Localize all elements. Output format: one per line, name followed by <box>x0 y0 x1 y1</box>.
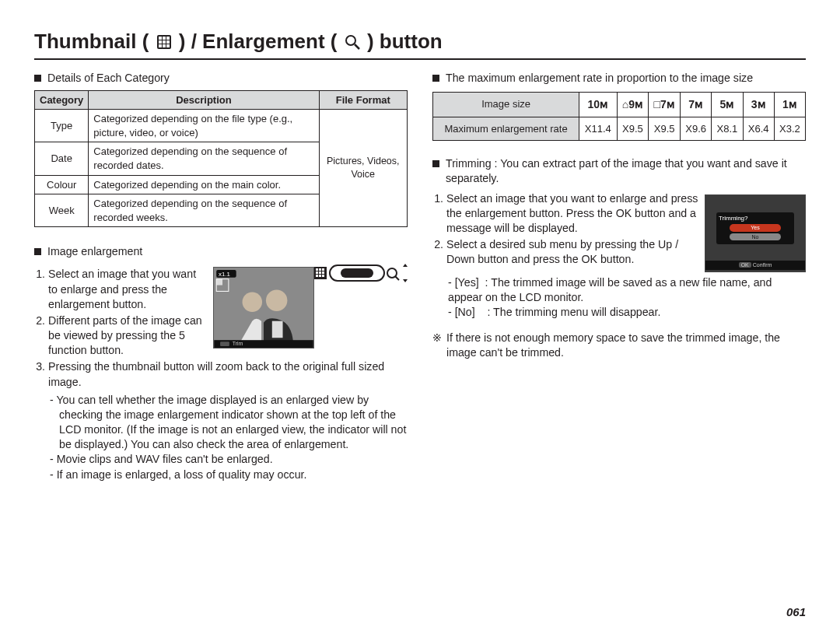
svg-rect-5 <box>163 40 166 44</box>
left-heading-1: Details of Each Category <box>47 71 170 86</box>
svg-rect-31 <box>216 279 222 285</box>
cat-type: Type <box>35 110 89 142</box>
bullet-icon <box>432 160 439 167</box>
left-heading-2: Image enlargement <box>47 244 142 259</box>
svg-rect-3 <box>166 37 170 40</box>
rate-2: X9.5 <box>649 117 681 141</box>
svg-line-11 <box>355 44 359 49</box>
enlarge-note-3: - If an image is enlarged, a loss of qua… <box>34 468 408 482</box>
cat-date: Date <box>35 142 89 175</box>
svg-rect-6 <box>166 40 170 44</box>
left-column: Details of Each Category Category Descri… <box>34 71 408 482</box>
svg-line-25 <box>395 276 399 280</box>
title-part-2: ) / Enlargement ( <box>173 30 343 53</box>
right-heading-1: The maximum enlargement rate in proporti… <box>446 71 753 86</box>
bullet-icon <box>34 75 41 82</box>
svg-rect-17 <box>319 271 321 274</box>
svg-rect-2 <box>163 37 166 40</box>
cat-week: Week <box>35 194 89 227</box>
size-4: 5ᴍ <box>712 92 743 117</box>
enlarge-step-3: Pressing the thumbnail button will zoom … <box>48 359 408 389</box>
enlarge-note-1: - You can tell whether the image display… <box>34 393 408 453</box>
trim-no-line: - [No] : The trimming menu will disappea… <box>448 305 806 320</box>
size-5: 3ᴍ <box>743 92 774 117</box>
size-0: 10ᴍ <box>579 92 617 117</box>
svg-rect-14 <box>319 268 321 271</box>
svg-point-32 <box>243 292 263 313</box>
rate-4: X8.1 <box>712 117 743 141</box>
thumbnail-grid-icon <box>156 31 172 55</box>
svg-rect-9 <box>166 44 170 47</box>
svg-point-10 <box>346 36 355 45</box>
footnote-text: If there is not enough memory space to s… <box>446 331 806 360</box>
size-2: □7ᴍ <box>649 92 681 117</box>
dialog-no: No <box>730 233 781 240</box>
svg-rect-18 <box>322 271 324 274</box>
dialog-yes: Yes <box>730 224 781 231</box>
rate-1: X9.5 <box>617 117 649 141</box>
svg-rect-8 <box>163 44 166 47</box>
th-description: Description <box>89 90 319 110</box>
rate-5: X6.4 <box>743 117 774 141</box>
category-table: Category Description File Format Type Ca… <box>34 90 408 227</box>
memory-footnote: ※ If there is not enough memory space to… <box>432 331 806 360</box>
size-1: ⌂9ᴍ <box>617 92 649 117</box>
page-title: Thumbnail ( ) / Enlargement ( ) button <box>34 30 806 60</box>
enlarge-note-2: - Movie clips and WAV files can't be enl… <box>34 452 408 467</box>
size-6: 1ᴍ <box>774 92 805 117</box>
svg-rect-4 <box>159 40 162 44</box>
sample-enlarged-photo: x1.1 Trim <box>213 267 314 349</box>
zoom-control-icon <box>314 264 408 282</box>
rate-row2-label: Maximum enlargement rate <box>433 117 579 141</box>
file-format-cell: Pictures, Videos, Voice <box>319 110 408 227</box>
cat-colour: Colour <box>35 175 89 194</box>
right-column: The maximum enlargement rate in proporti… <box>432 71 806 482</box>
size-3: 7ᴍ <box>681 92 712 117</box>
bullet-icon <box>34 248 41 255</box>
svg-rect-36 <box>220 342 229 346</box>
enlargement-rate-table: Image size 10ᴍ ⌂9ᴍ □7ᴍ 7ᴍ 5ᴍ 3ᴍ 1ᴍ Maxim… <box>432 92 806 141</box>
rate-0: X11.4 <box>579 117 617 141</box>
desc-type: Categorized depending on the file type (… <box>89 110 319 142</box>
trim-yes-line: - [Yes] : The trimmed image will be save… <box>448 275 806 305</box>
reference-mark-icon: ※ <box>432 331 442 345</box>
trim-heading: Trimming : You can extract part of the i… <box>446 156 806 186</box>
svg-marker-26 <box>403 264 408 267</box>
rate-3: X9.6 <box>681 117 712 141</box>
dialog-title: Trimming? <box>719 215 747 222</box>
th-category: Category <box>35 90 89 110</box>
desc-week: Categorized depending on the sequence of… <box>89 194 319 227</box>
desc-date: Categorized depending on the sequence of… <box>89 142 319 175</box>
title-part-1: Thumbnail ( <box>34 30 155 53</box>
manual-page: Thumbnail ( ) / Enlargement ( ) button D… <box>0 0 840 634</box>
svg-rect-23 <box>341 268 373 278</box>
photo-badge: x1.1 <box>219 271 230 278</box>
svg-rect-20 <box>319 275 321 277</box>
th-fileformat: File Format <box>319 90 408 110</box>
svg-rect-7 <box>159 44 162 47</box>
page-number: 061 <box>786 605 806 618</box>
svg-rect-15 <box>322 268 324 271</box>
svg-rect-34 <box>272 321 283 338</box>
svg-rect-21 <box>322 275 324 277</box>
title-part-3: ) button <box>362 30 443 53</box>
trimming-dialog-screenshot: Trimming? Yes No OKConfirm <box>705 194 806 272</box>
svg-rect-16 <box>316 271 318 274</box>
svg-point-33 <box>266 290 287 311</box>
rate-6: X3.2 <box>774 117 805 141</box>
svg-rect-13 <box>316 268 318 271</box>
desc-colour: Categorized depending on the main color. <box>89 175 319 194</box>
svg-rect-1 <box>159 37 162 40</box>
svg-marker-27 <box>403 279 408 282</box>
svg-text:Trim: Trim <box>233 341 243 346</box>
rate-row1-label: Image size <box>433 92 579 117</box>
magnify-icon <box>345 31 360 55</box>
svg-rect-19 <box>316 275 318 277</box>
bullet-icon <box>432 75 439 82</box>
dialog-confirm: Confirm <box>753 262 772 268</box>
